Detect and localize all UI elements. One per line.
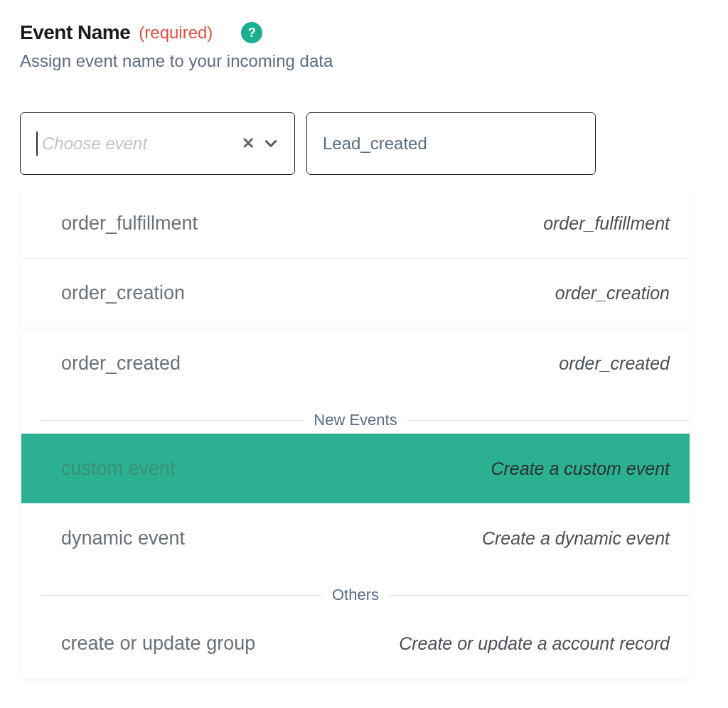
dropdown-item-selected[interactable]: custom event Create a custom event: [21, 434, 690, 503]
event-value-input[interactable]: Lead_created: [306, 112, 596, 175]
chevron-down-icon[interactable]: [263, 136, 279, 151]
dropdown-item[interactable]: order_fulfillment order_fulfillment: [21, 189, 690, 259]
dropdown-section-title: Others: [322, 586, 389, 604]
field-title: Event Name: [20, 21, 130, 44]
field-subtitle: Assign event name to your incoming data: [20, 51, 708, 71]
text-cursor: [36, 132, 38, 156]
dropdown-item-label: order_created: [61, 353, 181, 375]
dropdown-item[interactable]: order_created order_created: [21, 328, 690, 398]
dropdown-item[interactable]: order_creation order_creation: [21, 259, 690, 328]
event-select[interactable]: Choose event ✕: [20, 112, 295, 175]
dropdown-item-label: custom event: [61, 458, 176, 480]
dropdown-item[interactable]: dynamic event Create a dynamic event: [21, 503, 690, 573]
dropdown-item-desc: Create or update a account record: [399, 633, 670, 654]
dropdown-item-desc: order_creation: [555, 283, 670, 304]
dropdown-section-title: New Events: [304, 411, 407, 429]
event-select-placeholder: Choose event: [42, 134, 233, 154]
dropdown-item-desc: Create a dynamic event: [482, 528, 670, 549]
dropdown-item-label: order_creation: [61, 282, 185, 304]
field-header: Event Name (required) ?: [20, 21, 708, 44]
event-value-text: Lead_created: [323, 134, 427, 154]
event-dropdown: order_fulfillment order_fulfillment orde…: [21, 189, 690, 678]
dropdown-item-desc: order_fulfillment: [543, 213, 670, 234]
dropdown-section-header: Others: [21, 586, 690, 604]
inputs-row: Choose event ✕ Lead_created: [20, 112, 708, 175]
dropdown-item[interactable]: create or update group Create or update …: [21, 608, 690, 678]
required-badge: (required): [139, 23, 213, 43]
clear-icon[interactable]: ✕: [242, 134, 255, 153]
dropdown-item-label: order_fulfillment: [61, 213, 198, 235]
dropdown-item-label: create or update group: [61, 633, 255, 655]
help-icon[interactable]: ?: [241, 22, 262, 43]
dropdown-section-header: New Events: [21, 411, 690, 429]
dropdown-item-desc: order_created: [559, 353, 670, 374]
dropdown-item-desc: Create a custom event: [491, 458, 670, 479]
dropdown-item-label: dynamic event: [61, 527, 185, 549]
